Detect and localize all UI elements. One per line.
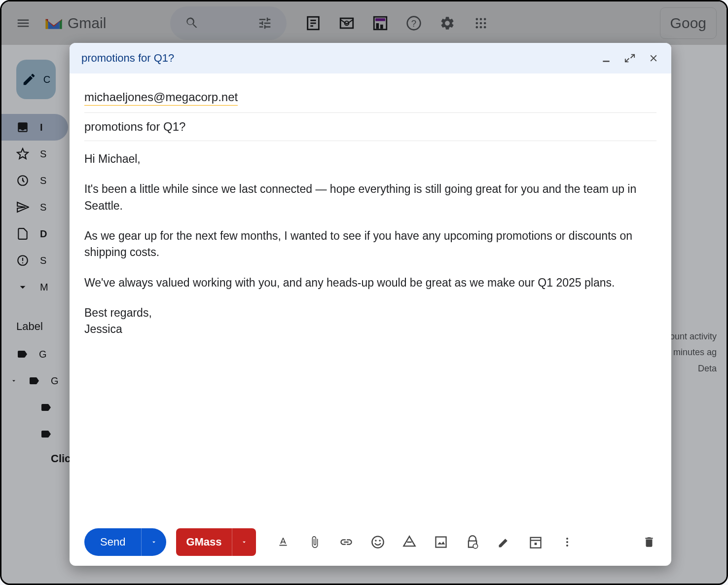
fullscreen-exit-icon	[624, 53, 635, 64]
text-format-icon	[277, 536, 290, 548]
caret-down-icon	[241, 539, 248, 546]
image-button[interactable]	[434, 535, 448, 549]
more-options-button[interactable]	[560, 535, 575, 549]
svg-rect-31	[530, 538, 541, 548]
compose-footer: Send GMass	[70, 518, 671, 566]
attachment-icon	[308, 536, 321, 548]
image-icon	[434, 535, 448, 549]
svg-point-28	[379, 540, 381, 542]
close-icon	[648, 53, 659, 64]
discard-button[interactable]	[642, 535, 656, 549]
more-vert-icon	[561, 536, 573, 548]
link-button[interactable]	[339, 535, 354, 549]
send-options-button[interactable]	[142, 528, 166, 556]
to-field-row[interactable]: michaeljones@megacorp.net	[84, 83, 656, 113]
subject-field-row[interactable]: promotions for Q1?	[84, 113, 656, 141]
schedule-button[interactable]	[528, 535, 543, 549]
signature-button[interactable]	[497, 535, 511, 549]
fullscreen-exit-button[interactable]	[624, 52, 636, 64]
minimize-button[interactable]	[600, 52, 612, 64]
close-button[interactable]	[648, 52, 659, 64]
subject-field[interactable]: promotions for Q1?	[84, 120, 185, 133]
to-field[interactable]: michaeljones@megacorp.net	[84, 90, 238, 106]
compose-body-text[interactable]: Hi Michael, It's been a little while sin…	[84, 141, 656, 338]
lock-clock-icon	[466, 535, 479, 549]
compose-window: promotions for Q1? michaeljones@megacorp…	[70, 43, 671, 566]
attach-button[interactable]	[307, 535, 322, 549]
svg-point-34	[566, 538, 568, 540]
compose-header: promotions for Q1?	[70, 43, 671, 73]
drive-icon	[402, 535, 416, 549]
gmass-options-button[interactable]	[232, 528, 256, 556]
svg-rect-25	[603, 61, 609, 62]
drive-button[interactable]	[402, 535, 417, 549]
svg-rect-29	[436, 537, 446, 548]
svg-point-26	[372, 536, 383, 548]
trash-icon	[643, 536, 655, 548]
send-button[interactable]: Send	[84, 528, 142, 556]
svg-rect-33	[534, 543, 537, 545]
svg-point-27	[375, 540, 377, 542]
pen-icon	[497, 535, 511, 549]
caret-down-icon	[150, 539, 157, 546]
gmass-button[interactable]: GMass	[176, 528, 232, 556]
emoji-button[interactable]	[370, 535, 385, 549]
emoji-icon	[371, 535, 385, 549]
confidential-button[interactable]	[465, 535, 480, 549]
svg-point-36	[566, 545, 568, 547]
formatting-button[interactable]	[276, 535, 291, 549]
calendar-icon	[529, 535, 543, 549]
link-icon	[339, 535, 353, 549]
svg-point-30	[473, 544, 477, 548]
minimize-icon	[601, 53, 611, 63]
svg-point-35	[566, 541, 568, 543]
compose-title: promotions for Q1?	[81, 52, 174, 65]
